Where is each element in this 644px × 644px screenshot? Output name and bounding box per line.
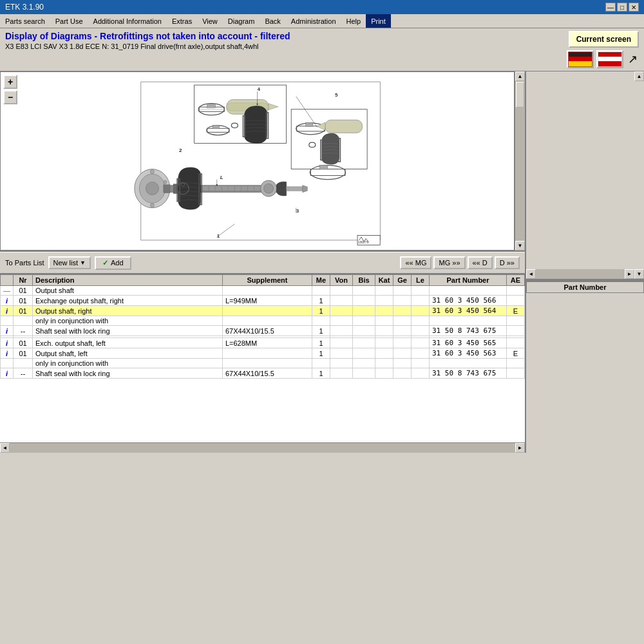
row-von: [330, 348, 353, 359]
svg-point-26: [164, 180, 167, 184]
svg-text:4: 4: [258, 86, 261, 92]
row-me: [312, 286, 330, 296]
row-bis: [353, 359, 375, 368]
right-h-right[interactable]: ►: [625, 269, 634, 279]
row-von: [330, 316, 353, 326]
menu-administration[interactable]: Administration: [286, 14, 341, 28]
maximize-button[interactable]: □: [617, 3, 627, 12]
col-header-nr: Nr: [14, 275, 33, 286]
row-part-number: [430, 286, 507, 296]
row-part-number: 31 50 8 743 675: [430, 368, 507, 379]
zoom-in-button[interactable]: +: [3, 75, 17, 89]
right-scroll-up[interactable]: ▲: [634, 71, 644, 81]
table-row[interactable]: only in conjunction with: [1, 359, 525, 368]
horizontal-scrollbar: ◄ ►: [0, 442, 525, 453]
svg-rect-61: [306, 122, 313, 126]
right-panel-lower: Part Number: [526, 280, 644, 453]
nav-d-right[interactable]: D »»: [495, 256, 520, 269]
row-ae: [507, 326, 525, 336]
col-header-ge: Ge: [393, 275, 412, 286]
table-row[interactable]: i 01 Exch. output shaft, left L=628MM 1 …: [1, 338, 525, 348]
nav-mg-left[interactable]: «« MG: [400, 256, 431, 269]
menu-part-use[interactable]: Part Use: [50, 14, 88, 28]
row-part-number: 31 60 3 450 566: [430, 296, 507, 306]
menu-print[interactable]: Print: [366, 14, 391, 28]
minimize-button[interactable]: —: [605, 3, 616, 12]
nav-d-left[interactable]: «« D: [468, 256, 493, 269]
row-ge: [393, 368, 412, 379]
flag-icon-2[interactable]: [596, 50, 623, 68]
row-me: [312, 359, 330, 368]
svg-rect-5: [569, 57, 592, 61]
row-icon: i: [1, 306, 14, 316]
row-ge: [393, 359, 412, 368]
row-description: Exch. output shaft, left: [33, 338, 223, 348]
row-ge: [393, 316, 412, 326]
row-nr: 01: [14, 338, 33, 348]
col-header-me: Me: [312, 275, 330, 286]
row-bis: [353, 306, 375, 316]
nav-mg-right[interactable]: MG »»: [433, 256, 465, 269]
menu-diagram[interactable]: Diagram: [223, 14, 260, 28]
row-nr: 01: [14, 348, 33, 359]
h-scroll-right[interactable]: ►: [515, 443, 525, 453]
table-row[interactable]: i 01 Output shaft, left 1 31 60 3 450 56…: [1, 348, 525, 359]
h-scroll-left[interactable]: ◄: [0, 443, 10, 453]
svg-rect-6: [569, 61, 592, 66]
dropdown-arrow-icon: ▼: [80, 260, 86, 266]
row-part-number: [430, 316, 507, 326]
menu-extras[interactable]: Extras: [167, 14, 197, 28]
parts-table-container[interactable]: Nr Description Supplement Me Von Bis Kat…: [0, 274, 525, 442]
table-row[interactable]: only in conjunction with: [1, 316, 525, 326]
row-kat: [375, 286, 393, 296]
diagram-area: + −: [0, 71, 515, 251]
row-le: [412, 368, 430, 379]
current-screen-button[interactable]: Current screen: [569, 31, 639, 48]
row-von: [330, 286, 353, 296]
table-row[interactable]: i -- Shaft seal with lock ring 67X44X10/…: [1, 326, 525, 336]
right-panel-upper: ▲ ▼ ◄ ►: [526, 71, 644, 279]
row-von: [330, 296, 353, 306]
table-row[interactable]: i 01 Output shaft, right 1 31 60 3 450 5…: [1, 306, 525, 316]
svg-point-23: [146, 182, 158, 195]
svg-point-25: [150, 204, 154, 207]
row-ae: [507, 359, 525, 368]
menu-parts-search[interactable]: Parts search: [0, 14, 50, 28]
cursor-area: ↗: [626, 50, 639, 68]
menu-help[interactable]: Help: [341, 14, 366, 28]
menu-view[interactable]: View: [197, 14, 223, 28]
h-scroll-track: [10, 443, 515, 453]
row-kat: [375, 326, 393, 336]
row-ge: [393, 326, 412, 336]
right-scroll-down[interactable]: ▼: [634, 269, 644, 279]
table-row[interactable]: — 01 Output shaft: [1, 286, 525, 296]
col-header-ae: AE: [507, 275, 525, 286]
zoom-out-button[interactable]: −: [3, 90, 17, 104]
row-von: [330, 338, 353, 348]
row-kat: [375, 338, 393, 348]
row-bis: [353, 326, 375, 336]
table-row[interactable]: i -- Shaft seal with lock ring 67X44X10/…: [1, 368, 525, 379]
right-h-scroll: ◄ ►: [526, 269, 634, 279]
row-supplement: [222, 286, 312, 296]
parts-table-body: — 01 Output shaft i 01 Exchange output s…: [1, 286, 525, 379]
menu-additional-info[interactable]: Additional Information: [88, 14, 167, 28]
print-icons: ↗: [567, 50, 639, 68]
scroll-down-arrow[interactable]: ▼: [515, 241, 525, 251]
add-button[interactable]: ✓ Add: [95, 256, 131, 270]
row-part-number: 31 60 3 450 563: [430, 348, 507, 359]
new-list-button[interactable]: New list ▼: [48, 256, 91, 269]
row-icon: i: [1, 338, 14, 348]
row-icon: i: [1, 296, 14, 306]
scroll-up-arrow[interactable]: ▲: [515, 71, 525, 81]
row-ae: E: [507, 306, 525, 316]
flag-icon-1[interactable]: [567, 50, 594, 68]
right-h-left[interactable]: ◄: [526, 269, 536, 279]
table-row[interactable]: i 01 Exchange output shaft, right L=949M…: [1, 296, 525, 306]
scroll-thumb[interactable]: [516, 82, 524, 108]
svg-rect-62: [325, 120, 363, 133]
zoom-controls: + −: [3, 75, 17, 104]
row-ge: [393, 338, 412, 348]
close-button[interactable]: ✕: [629, 3, 639, 12]
menu-back[interactable]: Back: [260, 14, 285, 28]
